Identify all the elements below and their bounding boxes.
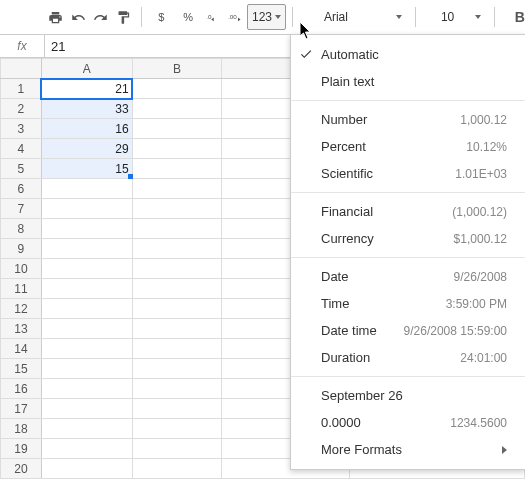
menu-item-label: 0.0000 — [321, 415, 361, 430]
cell[interactable] — [132, 419, 222, 439]
cell[interactable] — [132, 359, 222, 379]
menu-item-percent[interactable]: Percent10.12% — [291, 133, 525, 160]
paint-format-icon[interactable] — [112, 5, 135, 29]
row-header[interactable]: 16 — [1, 379, 42, 399]
cell[interactable] — [132, 439, 222, 459]
menu-item-date-time[interactable]: Date time9/26/2008 15:59:00 — [291, 317, 525, 344]
cell-a5[interactable]: 15 — [41, 159, 132, 179]
decrease-decimal-icon[interactable]: .0 — [201, 5, 224, 29]
cell-a4[interactable]: 29 — [41, 139, 132, 159]
row-header[interactable]: 1 — [1, 79, 42, 99]
percent-button[interactable]: % — [175, 5, 202, 29]
row-header[interactable]: 12 — [1, 299, 42, 319]
cell[interactable] — [41, 299, 132, 319]
column-header-a[interactable]: A — [41, 59, 132, 79]
print-icon[interactable] — [44, 5, 67, 29]
row-header[interactable]: 17 — [1, 399, 42, 419]
cell[interactable] — [132, 239, 222, 259]
cell[interactable] — [41, 359, 132, 379]
row-header[interactable]: 15 — [1, 359, 42, 379]
cell[interactable] — [41, 259, 132, 279]
menu-item-currency[interactable]: Currency$1,000.12 — [291, 225, 525, 252]
formula-value[interactable]: 21 — [45, 39, 65, 54]
cell[interactable] — [41, 419, 132, 439]
menu-item-label: Duration — [321, 350, 370, 365]
cell[interactable] — [132, 79, 222, 99]
cell[interactable] — [132, 199, 222, 219]
menu-item-sample: 9/26/2008 — [454, 270, 507, 284]
svg-text:.0: .0 — [207, 12, 213, 19]
cell[interactable] — [132, 459, 222, 479]
row-header[interactable]: 13 — [1, 319, 42, 339]
menu-item-custom-date[interactable]: September 26 — [291, 382, 525, 409]
row-header[interactable]: 6 — [1, 179, 42, 199]
cell[interactable] — [41, 399, 132, 419]
cell[interactable] — [132, 99, 222, 119]
redo-icon[interactable] — [90, 5, 113, 29]
menu-item-sample: (1,000.12) — [452, 205, 507, 219]
cell[interactable] — [41, 199, 132, 219]
cell[interactable] — [132, 339, 222, 359]
menu-item-duration[interactable]: Duration24:01:00 — [291, 344, 525, 371]
row-header[interactable]: 3 — [1, 119, 42, 139]
menu-item-automatic[interactable]: Automatic — [291, 41, 525, 68]
menu-item-sample: 10.12% — [466, 140, 507, 154]
cell[interactable] — [41, 239, 132, 259]
row-header[interactable]: 2 — [1, 99, 42, 119]
fx-label: fx — [0, 35, 45, 57]
cell-a2[interactable]: 33 — [41, 99, 132, 119]
cell[interactable] — [41, 319, 132, 339]
cell[interactable] — [132, 319, 222, 339]
cell[interactable] — [132, 399, 222, 419]
cell-a1[interactable]: 21 — [41, 79, 132, 99]
cell[interactable] — [41, 219, 132, 239]
row-header[interactable]: 14 — [1, 339, 42, 359]
cell[interactable] — [41, 279, 132, 299]
menu-item-number[interactable]: Number1,000.12 — [291, 106, 525, 133]
menu-separator — [291, 257, 525, 258]
menu-item-scientific[interactable]: Scientific1.01E+03 — [291, 160, 525, 187]
cell[interactable] — [132, 299, 222, 319]
cell[interactable] — [41, 179, 132, 199]
increase-decimal-icon[interactable]: .00 — [224, 5, 247, 29]
cell[interactable] — [132, 279, 222, 299]
undo-icon[interactable] — [67, 5, 90, 29]
cell[interactable] — [132, 379, 222, 399]
cell[interactable] — [132, 139, 222, 159]
bold-button[interactable]: B — [515, 9, 525, 25]
cell[interactable] — [41, 439, 132, 459]
menu-item-more-formats[interactable]: More Formats — [291, 436, 525, 463]
row-header[interactable]: 20 — [1, 459, 42, 479]
font-size-select[interactable]: 10 — [434, 5, 488, 29]
cell[interactable] — [132, 219, 222, 239]
menu-item-label: Scientific — [321, 166, 373, 181]
row-header[interactable]: 8 — [1, 219, 42, 239]
row-header[interactable]: 5 — [1, 159, 42, 179]
font-family-select[interactable]: Arial — [317, 5, 409, 29]
cell[interactable] — [132, 159, 222, 179]
column-header-b[interactable]: B — [132, 59, 222, 79]
more-formats-button[interactable]: 123 — [247, 4, 286, 30]
row-header[interactable]: 18 — [1, 419, 42, 439]
cell[interactable] — [41, 339, 132, 359]
menu-item-date[interactable]: Date9/26/2008 — [291, 263, 525, 290]
row-header[interactable]: 19 — [1, 439, 42, 459]
font-size-value: 10 — [441, 10, 454, 24]
menu-item-financial[interactable]: Financial(1,000.12) — [291, 198, 525, 225]
cell[interactable] — [41, 379, 132, 399]
row-header[interactable]: 11 — [1, 279, 42, 299]
cell[interactable] — [132, 179, 222, 199]
row-header[interactable]: 9 — [1, 239, 42, 259]
cell[interactable] — [132, 259, 222, 279]
menu-item-time[interactable]: Time3:59:00 PM — [291, 290, 525, 317]
menu-item-plain-text[interactable]: Plain text — [291, 68, 525, 95]
currency-button[interactable]: $ — [148, 5, 175, 29]
cell[interactable] — [41, 459, 132, 479]
select-all-corner[interactable] — [1, 59, 42, 79]
cell-a3[interactable]: 16 — [41, 119, 132, 139]
row-header[interactable]: 4 — [1, 139, 42, 159]
row-header[interactable]: 10 — [1, 259, 42, 279]
cell[interactable] — [132, 119, 222, 139]
row-header[interactable]: 7 — [1, 199, 42, 219]
menu-item-custom-number[interactable]: 0.00001234.5600 — [291, 409, 525, 436]
